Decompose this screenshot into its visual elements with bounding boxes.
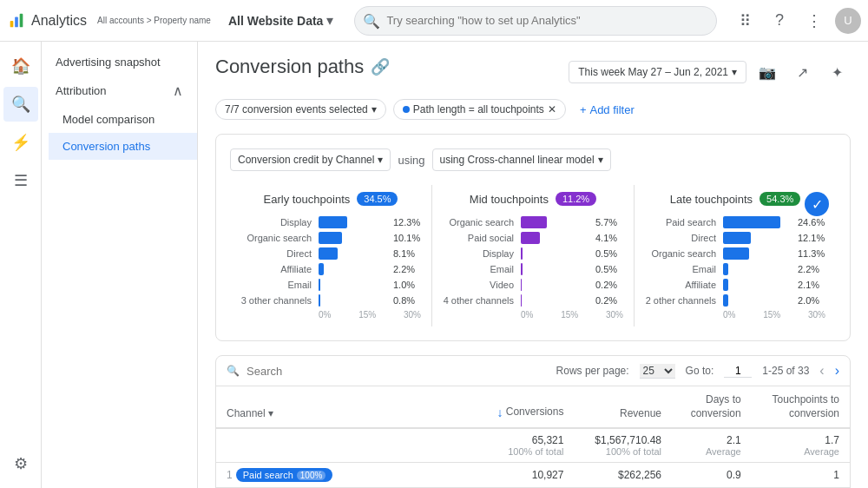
mid-touchpoints-section: Mid touchpoints 11.2% Organic search 5.7… — [432, 185, 635, 326]
bar-value: 5.7% — [595, 217, 623, 228]
nav-item-label: Model comparison — [62, 113, 155, 126]
filter-bar: 7/7 conversion events selected ▾ Path le… — [215, 99, 851, 120]
table-search-area: 🔍 — [227, 365, 420, 378]
info-icon[interactable]: 🔗 — [371, 57, 390, 76]
bar-value: 0.5% — [595, 264, 623, 274]
data-table: Channel ▾ ↓ Conversions Revenue Days toc… — [216, 386, 850, 488]
chevron-down-icon: ▾ — [732, 66, 737, 78]
bar-value: 24.6% — [798, 217, 825, 228]
property-name: All Website Data — [228, 14, 323, 28]
bar — [319, 216, 347, 228]
bar — [723, 279, 728, 291]
bar — [521, 294, 522, 307]
sort-icon: ↓ — [496, 406, 503, 419]
conversions-header[interactable]: ↓ Conversions — [477, 386, 575, 428]
next-page-btn[interactable]: › — [835, 363, 839, 379]
filter-events-chip[interactable]: 7/7 conversion events selected ▾ — [215, 99, 386, 120]
filter-path-chip[interactable]: Path length = all touchpoints ✕ — [393, 99, 566, 120]
channel-header[interactable]: Channel ▾ — [216, 386, 477, 428]
sidebar-icon-home[interactable]: 🏠 — [3, 49, 38, 83]
bar-label: Organic search — [240, 233, 319, 243]
mid-header: Mid touchpoints 11.2% — [443, 192, 623, 206]
bar-label: Email — [240, 280, 319, 290]
revenue-cell: $262,256 — [574, 463, 672, 488]
bar-label: Affiliate — [240, 264, 319, 274]
avatar[interactable]: U — [835, 8, 861, 34]
prev-page-btn[interactable]: ‹ — [819, 363, 824, 379]
nav-sidebar: Advertising snapshot Attribution ∧ Model… — [42, 42, 198, 488]
total-channel-cell — [216, 428, 477, 463]
rows-per-page-label: Rows per page: — [556, 365, 629, 377]
analytics-logo-icon — [7, 11, 26, 30]
main-content: Conversion paths 🔗 This week May 27 – Ju… — [198, 42, 868, 488]
chart-controls: Conversion credit by Channel ▾ using usi… — [230, 148, 836, 171]
collapse-icon[interactable]: ∧ — [173, 82, 183, 99]
table-toolbar: 🔍 Rows per page: 2550100 Go to: 1-25 of … — [216, 356, 850, 386]
sidebar-icon-explore[interactable]: ⚡ — [3, 125, 38, 160]
screenshot-icon[interactable]: 📷 — [753, 58, 781, 86]
late-badge: 54.3% — [760, 192, 800, 206]
bar-container — [723, 263, 792, 275]
date-range-btn[interactable]: This week May 27 – Jun 2, 2021 ▾ — [569, 61, 746, 83]
credit-by-dropdown[interactable]: Conversion credit by Channel ▾ — [230, 148, 391, 171]
check-icon: ✓ — [805, 192, 829, 216]
table-row: 1Paid search100% 10,927 $262,256 0.9 1 — [216, 463, 850, 488]
search-bar: 🔍 — [354, 6, 717, 36]
customize-icon[interactable]: ✦ — [823, 58, 851, 86]
plus-icon: + — [580, 103, 587, 116]
account-label: All accounts > Property name — [97, 15, 211, 26]
nav-item-conversion-paths[interactable]: Conversion paths — [49, 133, 197, 160]
share-icon[interactable]: ↗ — [788, 58, 816, 86]
property-selector[interactable]: All Website Data ▾ — [221, 9, 340, 32]
go-to-input[interactable] — [724, 365, 752, 378]
bar-container — [319, 294, 388, 307]
bar-row: Email 0.5% — [443, 263, 623, 275]
total-days: 2.1 Average — [672, 428, 752, 463]
rows-per-page-select[interactable]: 2550100 — [640, 364, 675, 379]
more-icon[interactable]: ⋮ — [800, 7, 828, 35]
account-info: All accounts > Property name — [97, 15, 211, 26]
help-icon[interactable]: ? — [766, 7, 793, 35]
early-axis: 0%15%30% — [240, 310, 421, 320]
bar-row: Direct 12.1% — [645, 232, 825, 244]
bar-value: 4.1% — [595, 233, 623, 243]
days-cell: 0.9 — [672, 463, 752, 488]
search-input[interactable] — [354, 6, 717, 36]
revenue-header[interactable]: Revenue — [574, 386, 672, 428]
model-label: using Cross-channel linear model — [440, 154, 595, 166]
bar-row: Affiliate 2.1% — [645, 279, 825, 291]
svg-rect-1 — [15, 16, 18, 27]
bar-label: Direct — [240, 248, 319, 259]
nav-item-model-comparison[interactable]: Model comparison — [49, 106, 197, 133]
bar — [521, 232, 540, 244]
bar-container — [319, 263, 388, 275]
bar-label: Organic search — [443, 217, 521, 228]
bar-value: 1.0% — [393, 280, 421, 290]
bar-value: 12.1% — [798, 233, 825, 243]
table-search-input[interactable] — [247, 365, 420, 378]
bar-value: 11.3% — [798, 248, 825, 259]
days-header[interactable]: Days toconversion — [672, 386, 752, 428]
sidebar-icon-reports[interactable]: 🔍 — [3, 87, 38, 122]
nav-section-title: Attribution — [56, 84, 107, 97]
bar-container — [521, 294, 590, 307]
bar-container — [521, 247, 590, 260]
sidebar-icon-advertising[interactable]: ☰ — [3, 163, 38, 198]
app-logo: Analytics — [7, 11, 87, 30]
nav-item-advertising-snapshot[interactable]: Advertising snapshot — [42, 49, 197, 76]
model-dropdown[interactable]: using Cross-channel linear model ▾ — [432, 148, 611, 171]
touchpoints-container: Early touchpoints 34.5% Display 12.3% Or… — [230, 185, 836, 326]
bar-label: Paid search — [645, 217, 723, 228]
filter-dot — [403, 106, 410, 113]
late-header: Late touchpoints 54.3% — [645, 192, 825, 206]
bar — [723, 294, 728, 307]
filter-events-label: 7/7 conversion events selected — [225, 103, 368, 115]
bar-value: 0.2% — [595, 295, 623, 306]
sidebar-icon-settings[interactable]: ⚙ — [3, 446, 38, 481]
apps-icon[interactable]: ⠿ — [731, 7, 759, 35]
chart-section: Conversion credit by Channel ▾ using usi… — [215, 134, 851, 341]
bar-label: 2 other channels — [645, 295, 723, 306]
add-filter-btn[interactable]: + Add filter — [573, 100, 641, 120]
early-touchpoints-section: Early touchpoints 34.5% Display 12.3% Or… — [230, 185, 432, 326]
touchpoints-header[interactable]: Touchpoints toconversion — [752, 386, 850, 428]
